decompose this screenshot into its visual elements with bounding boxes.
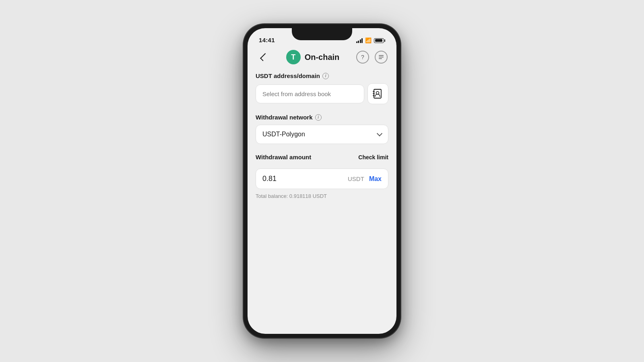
phone-screen: 14:41 📶 xyxy=(248,28,396,334)
back-button[interactable] xyxy=(256,50,270,64)
header-actions: ? xyxy=(355,50,388,64)
amount-section: Withdrawal amount Check limit 0.81 USDT … xyxy=(256,154,388,199)
network-info-icon[interactable]: i xyxy=(315,114,322,121)
history-button[interactable] xyxy=(374,50,388,64)
help-icon: ? xyxy=(356,51,369,64)
address-label: USDT address/domain i xyxy=(256,72,388,79)
address-book-button[interactable] xyxy=(367,83,388,104)
wifi-icon: 📶 xyxy=(365,37,372,43)
page-title: On-chain xyxy=(305,53,340,62)
check-limit-button[interactable]: Check limit xyxy=(358,154,388,160)
token-logo: T xyxy=(286,50,301,64)
svg-rect-2 xyxy=(379,58,382,59)
svg-rect-0 xyxy=(379,55,384,56)
svg-rect-1 xyxy=(379,57,384,58)
amount-label-row: Withdrawal amount Check limit xyxy=(256,154,388,160)
status-icons: 📶 xyxy=(356,37,386,43)
amount-input-row: 0.81 USDT Max xyxy=(256,169,388,189)
status-time: 14:41 xyxy=(259,37,275,43)
network-dropdown[interactable]: USDT-Polygon xyxy=(256,125,388,144)
address-section: USDT address/domain i xyxy=(256,72,388,104)
total-balance: Total balance: 0.918118 USDT xyxy=(256,193,388,199)
network-section: Withdrawal network i USDT-Polygon xyxy=(256,114,388,144)
back-chevron-icon xyxy=(260,53,268,61)
notch xyxy=(292,28,352,40)
address-input-row xyxy=(256,83,388,104)
phone-frame: 14:41 📶 xyxy=(244,24,400,338)
max-button[interactable]: Max xyxy=(369,175,382,183)
battery-icon xyxy=(374,38,385,43)
main-content: T On-chain ? xyxy=(248,46,396,334)
address-book-icon xyxy=(372,88,384,99)
amount-value: 0.81 xyxy=(262,175,343,183)
amount-label: Withdrawal amount xyxy=(256,154,311,160)
header-title-group: T On-chain xyxy=(286,50,340,64)
address-info-icon[interactable]: i xyxy=(322,73,329,79)
network-selected-value: USDT-Polygon xyxy=(262,131,305,138)
page-header: T On-chain ? xyxy=(256,46,388,72)
help-button[interactable]: ? xyxy=(355,50,370,64)
dropdown-arrow-icon xyxy=(377,131,382,136)
address-input[interactable] xyxy=(256,84,364,103)
signal-icon xyxy=(356,38,363,43)
amount-currency: USDT xyxy=(348,175,364,182)
network-label: Withdrawal network i xyxy=(256,114,388,121)
history-icon xyxy=(375,51,388,64)
